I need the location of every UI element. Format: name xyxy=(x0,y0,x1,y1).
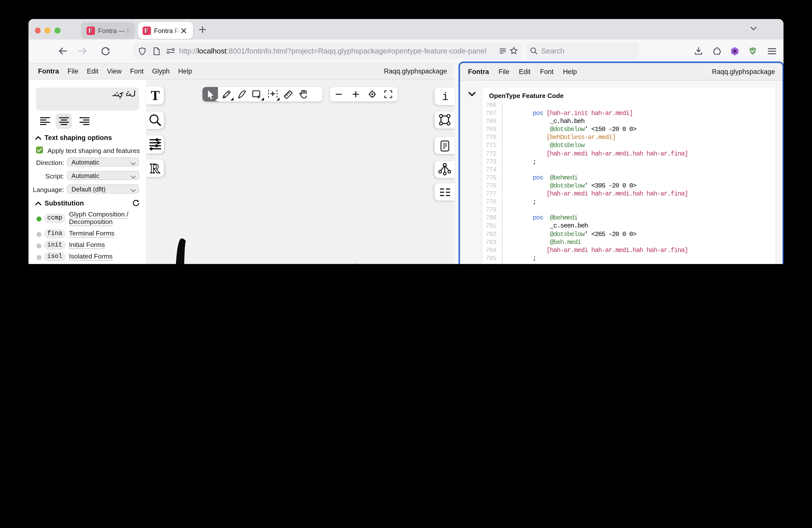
svg-text:R: R xyxy=(150,161,160,176)
svg-text:F: F xyxy=(88,27,92,34)
svg-text:i: i xyxy=(442,91,449,103)
svg-text:T: T xyxy=(150,88,160,103)
svg-text:F: F xyxy=(144,27,148,34)
